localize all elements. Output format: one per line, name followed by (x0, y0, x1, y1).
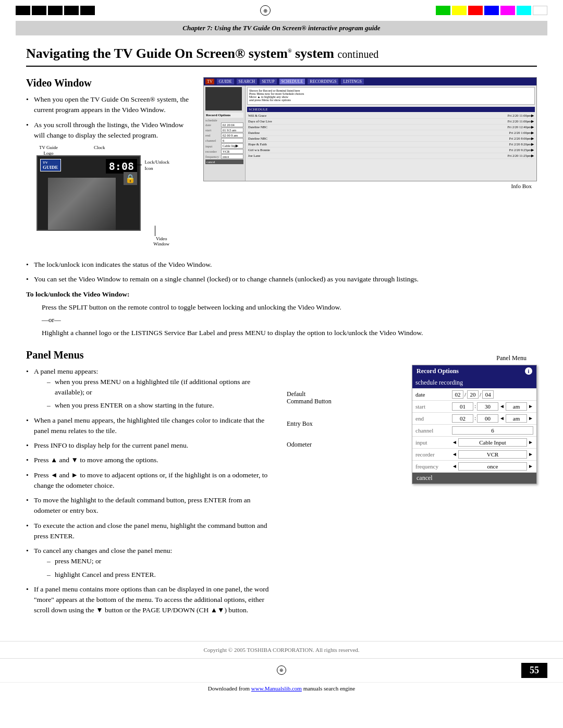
lock-unlock-label: Lock/UnlockIcon (145, 159, 170, 171)
pm-start-30[interactable]: 30 (477, 402, 498, 411)
panel-bullet-8: To cancel any changes and close the pane… (26, 546, 276, 580)
tg-recordings-tab: RECORDINGS (308, 79, 338, 84)
pm-recorder-left[interactable]: ◄ (452, 451, 457, 457)
pm-annotations-left: Default Command Button Entry Box Odomete… (287, 365, 339, 484)
top-bar: ⊕ (0, 0, 563, 21)
pm-start-01[interactable]: 01 (452, 402, 473, 411)
manualslib-link[interactable]: www.Manualslib.com (251, 685, 302, 692)
white-block (533, 6, 547, 15)
color-blocks-right (436, 6, 547, 15)
tg-start-val: 01 9:5 am (221, 128, 243, 132)
pm-input-field: ◄ Cable Input ► (452, 438, 533, 447)
pm-cancel-btn[interactable]: cancel (412, 473, 536, 484)
pm-start-field: 01 : 30 ◄ am ► (452, 402, 533, 411)
tg-listings-tab: LISTINGS (341, 79, 364, 84)
downloaded-suffix: manuals search engine (302, 685, 355, 692)
tg-search-tab: SEARCH (237, 79, 258, 84)
pm-schedule-row[interactable]: schedule recording (412, 377, 536, 389)
pm-recorder-label: recorder (415, 451, 452, 458)
page-number: 55 (521, 663, 547, 678)
pm-channel-val[interactable]: 6 (452, 426, 533, 435)
pm-freq-left[interactable]: ◄ (452, 463, 457, 469)
or-divider: —or— (42, 316, 537, 324)
tg-left-panel: Record Options schedule date 02 20 04 st… (204, 85, 246, 181)
command-button-label: Command Button (287, 397, 332, 406)
vw-body-bullets: The lock/unlock icon indicates the statu… (26, 260, 537, 285)
entry-box-text: Entry Box (287, 420, 313, 427)
tg-freq-label: frequency (205, 155, 221, 158)
tg-small-screen (205, 87, 242, 110)
tg-tv-icon: TV (205, 79, 214, 84)
pm-end-am-right[interactable]: ► (528, 415, 533, 421)
pm-end-row: end 02 : 00 ◄ am ► (412, 413, 536, 425)
tg-channel-label: channel (205, 139, 221, 142)
lock-para-2: Highlight a channel logo or the LISTINGS… (42, 327, 537, 339)
pm-end-am: am (506, 414, 527, 423)
tg-recorder-val: VCR (221, 149, 243, 154)
tg-cancel-btn[interactable]: cancel (205, 159, 243, 164)
panel-section: Panel Menus A panel menu appears: when y… (26, 349, 537, 620)
tg-field-input: input Cable Inp▶ (205, 143, 243, 149)
pm-end-02[interactable]: 02 (452, 414, 473, 423)
pm-recorder-row: recorder ◄ VCR ► (412, 449, 536, 461)
pm-channel-label: channel (415, 427, 452, 434)
pm-start-am-left[interactable]: ◄ (499, 403, 505, 409)
pm-channel-row: channel 6 (412, 425, 536, 437)
pm-slash-1: / (464, 391, 466, 398)
tg-right-panel: Shown for Record or Remind listed herePr… (246, 85, 536, 181)
pm-start-label: start (415, 403, 452, 410)
clock-label: Clock (94, 145, 105, 150)
panel-menu-box: Record Options i schedule recording date (412, 365, 537, 484)
tg-field-recorder: recorder VCR (205, 149, 243, 154)
vw-body-bullet-2: You can set the Video Window to remain o… (26, 274, 537, 285)
pm-info-icon[interactable]: i (525, 367, 532, 375)
lock-para-1: Press the SPLIT button on the remote con… (42, 302, 537, 313)
panel-menu-label: Panel Menu (287, 354, 537, 362)
pm-start-am-right[interactable]: ► (528, 403, 533, 409)
lock-unlock-heading: To lock/unlock the Video Window: (26, 290, 537, 299)
tg-body: Record Options schedule date 02 20 04 st… (204, 85, 536, 181)
tg-header: TV GUIDE SEARCH SETUP SCHEDULE RECORDING… (204, 78, 536, 85)
pm-header: Record Options i (412, 365, 536, 377)
tg-start-label: start (205, 128, 221, 132)
tv-screen: TVGUIDE 8:08 🔒 (36, 155, 141, 231)
pm-input-right[interactable]: ► (528, 439, 533, 445)
tv-guide-screenshot: TV GUIDE SEARCH SETUP SCHEDULE RECORDING… (203, 77, 537, 181)
pm-freq-right[interactable]: ► (528, 463, 533, 469)
pm-date-20[interactable]: 20 (467, 390, 479, 399)
video-window-label: VideoWindow (153, 236, 169, 246)
tv-guide-badge: TVGUIDE (40, 159, 61, 171)
pm-date-group: 02 / 20 / 04 (452, 390, 494, 399)
black-block-3 (48, 6, 63, 15)
person-silhouette (48, 178, 116, 230)
pm-header-text: Record Options (417, 367, 459, 375)
pm-input-label: input (415, 439, 452, 446)
tg-recorder-label: recorder (205, 150, 221, 153)
panel-bullets: A panel menu appears: when you press MEN… (26, 366, 276, 616)
color-blocks-left (16, 6, 95, 15)
pm-date-02[interactable]: 02 (452, 390, 463, 399)
pm-date-field: 02 / 20 / 04 (452, 390, 533, 399)
black-block-4 (64, 6, 79, 15)
video-window-arrow (155, 226, 155, 236)
bottom-right: 55 (370, 663, 547, 678)
pm-end-am-left[interactable]: ◄ (499, 415, 505, 421)
pm-recorder-right[interactable]: ► (528, 451, 533, 457)
copyright-text: Copyright © 2005 TOSHIBA CORPORATION. Al… (203, 647, 359, 653)
pm-colon-2: : (474, 415, 476, 421)
black-block-2 (32, 6, 46, 15)
pm-recorder-field: ◄ VCR ► (452, 450, 533, 459)
clock-display: 8:08 (106, 159, 137, 174)
video-diagram: TV GuideLogo Clock TVGUIDE 8:08 🔒 Lock/U… (26, 145, 172, 249)
panel-bullet-4: Press ▲ and ▼ to move among the options. (26, 455, 276, 465)
page-title-text: Navigating the TV Guide On Screen® syste… (26, 46, 288, 61)
tg-input-val: Cable Inp▶ (221, 143, 243, 149)
pm-date-04[interactable]: 04 (482, 390, 494, 399)
bullet-1: When you open the TV Guide On Screen® sy… (26, 94, 193, 116)
pm-end-00[interactable]: 00 (477, 414, 498, 423)
pm-input-left[interactable]: ◄ (452, 439, 457, 445)
tg-info-text: Shown for Record or Remind listed herePr… (249, 89, 533, 102)
entry-box-label: Entry Box (287, 419, 313, 428)
panel-sub-1: when you press MENU on a highlighted til… (47, 377, 276, 398)
tg-field-channel: channel 6 (205, 138, 243, 143)
